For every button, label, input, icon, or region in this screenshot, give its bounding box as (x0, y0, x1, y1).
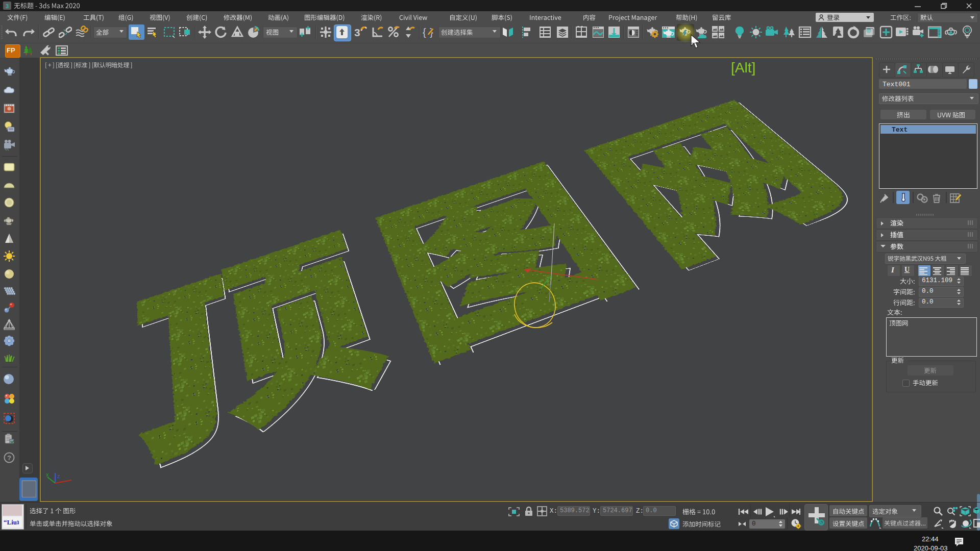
svg-text:z: z (57, 473, 60, 479)
svg-text:x: x (46, 472, 49, 478)
svg-text:{: { (423, 27, 426, 38)
svg-text:?: ? (7, 454, 11, 462)
svg-text:3: 3 (6, 3, 9, 9)
svg-text:3: 3 (354, 27, 360, 38)
